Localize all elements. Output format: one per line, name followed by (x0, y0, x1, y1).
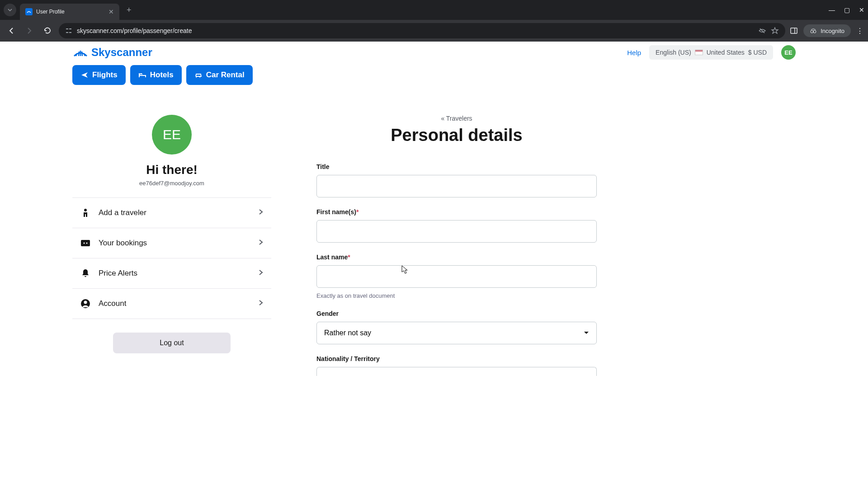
car-icon (194, 71, 203, 79)
sidebar-item-bookings[interactable]: Your bookings (72, 228, 271, 258)
minimize-button[interactable]: — (829, 6, 835, 14)
hotels-tab[interactable]: Hotels (130, 65, 182, 85)
svg-point-10 (84, 243, 85, 244)
incognito-badge[interactable]: Incognito (803, 24, 851, 37)
region-selector[interactable]: English (US) United States $ USD (649, 45, 773, 60)
account-icon (80, 299, 90, 309)
field-title: Title (316, 163, 597, 197)
sidebar-item-price-alerts[interactable]: Price Alerts (72, 258, 271, 288)
car-rental-tab[interactable]: Car Rental (186, 65, 253, 85)
profile-avatar: EE (152, 115, 192, 155)
menu-label: Price Alerts (99, 269, 250, 278)
page-content: Skyscanner Help English (US) United Stat… (0, 42, 868, 488)
svg-point-11 (86, 243, 88, 244)
chevron-right-icon (259, 269, 263, 277)
logout-button[interactable]: Log out (113, 333, 231, 353)
browser-toolbar: skyscanner.com/profile/passenger/create … (0, 20, 868, 42)
address-bar[interactable]: skyscanner.com/profile/passenger/create (59, 23, 785, 38)
field-gender: Gender Rather not say (316, 310, 597, 344)
tab-title: User Profile (36, 9, 105, 15)
gender-value: Rather not say (324, 329, 371, 337)
reload-button[interactable] (41, 24, 54, 38)
dropdown-caret-icon (584, 331, 589, 335)
bell-icon (80, 268, 90, 278)
url-text: skyscanner.com/profile/passenger/create (77, 27, 754, 34)
profile-sidebar: EE Hi there! ee76def7@moodjoy.com Add a … (72, 115, 271, 387)
close-tab-button[interactable]: ✕ (108, 8, 114, 15)
user-email: ee76def7@moodjoy.com (72, 180, 271, 187)
nationality-select[interactable] (316, 367, 597, 376)
svg-point-7 (813, 30, 816, 33)
currency-label: $ USD (748, 49, 767, 56)
sidebar-item-account[interactable]: Account (72, 288, 271, 319)
bed-icon (138, 71, 146, 79)
reload-icon (43, 27, 52, 35)
gender-label: Gender (316, 310, 597, 317)
maximize-button[interactable]: ▢ (844, 6, 850, 14)
forward-button[interactable] (23, 24, 36, 38)
browser-menu-button[interactable]: ⋮ (856, 27, 863, 35)
arrow-left-icon (7, 27, 15, 35)
field-first-name: First name(s)* (316, 208, 597, 243)
last-name-hint: Exactly as on travel document (316, 292, 597, 299)
incognito-label: Incognito (821, 28, 844, 34)
person-icon (80, 208, 90, 218)
svg-rect-0 (66, 28, 68, 29)
sidebar-item-add-traveler[interactable]: Add a traveler (72, 197, 271, 228)
last-name-input[interactable] (316, 265, 597, 288)
language-label: English (US) (656, 49, 691, 56)
svg-rect-1 (69, 28, 71, 29)
ticket-icon (80, 238, 90, 248)
greeting-text: Hi there! (72, 163, 271, 177)
svg-rect-3 (69, 32, 71, 33)
last-name-label: Last name* (316, 253, 597, 261)
gender-select[interactable]: Rather not say (316, 322, 597, 344)
us-flag-icon (695, 50, 703, 55)
new-tab-button[interactable]: + (127, 5, 132, 15)
plane-icon (80, 71, 89, 79)
browser-tab[interactable]: User Profile ✕ (20, 4, 119, 20)
country-label: United States (707, 49, 745, 56)
user-avatar[interactable]: EE (781, 45, 796, 60)
field-nationality: Nationality / Territory (316, 355, 597, 376)
svg-point-6 (811, 30, 813, 33)
browser-tab-bar: User Profile ✕ + — ▢ ✕ (0, 0, 868, 20)
incognito-icon (810, 27, 817, 34)
product-nav: Flights Hotels Car Rental (0, 65, 868, 92)
menu-label: Account (99, 299, 250, 308)
eye-off-icon[interactable] (758, 27, 766, 35)
profile-header: EE Hi there! ee76def7@moodjoy.com (72, 115, 271, 197)
site-header: Skyscanner Help English (US) United Stat… (0, 42, 868, 65)
hotels-label: Hotels (150, 70, 174, 80)
chevron-right-icon (259, 239, 263, 247)
menu-label: Your bookings (99, 239, 250, 248)
title-input[interactable] (316, 175, 597, 197)
car-rental-label: Car Rental (206, 70, 245, 80)
close-window-button[interactable]: ✕ (859, 6, 864, 14)
flights-tab[interactable]: Flights (72, 65, 126, 85)
first-name-input[interactable] (316, 220, 597, 243)
first-name-label: First name(s)* (316, 208, 597, 216)
logo-text: Skyscanner (91, 46, 152, 59)
main-content: EE Hi there! ee76def7@moodjoy.com Add a … (0, 92, 868, 409)
site-settings-icon[interactable] (65, 27, 72, 34)
menu-label: Add a traveler (99, 208, 250, 217)
chevron-down-icon (7, 7, 13, 13)
title-label: Title (316, 163, 597, 170)
bookmark-star-icon[interactable] (771, 27, 779, 35)
svg-rect-2 (66, 32, 68, 33)
help-link[interactable]: Help (627, 49, 641, 56)
page-title: Personal details (316, 126, 597, 145)
arrow-right-icon (25, 27, 33, 35)
logo-icon (72, 47, 89, 58)
breadcrumb-travelers[interactable]: « Travelers (316, 115, 597, 122)
side-panel-icon[interactable] (790, 27, 798, 35)
svg-point-8 (84, 209, 87, 211)
svg-rect-4 (791, 28, 797, 33)
chevron-right-icon (259, 209, 263, 217)
back-button[interactable] (5, 24, 18, 38)
skyscanner-logo[interactable]: Skyscanner (72, 46, 152, 59)
chevron-right-icon (259, 300, 263, 308)
flights-label: Flights (92, 70, 118, 80)
tab-search-button[interactable] (4, 4, 16, 16)
